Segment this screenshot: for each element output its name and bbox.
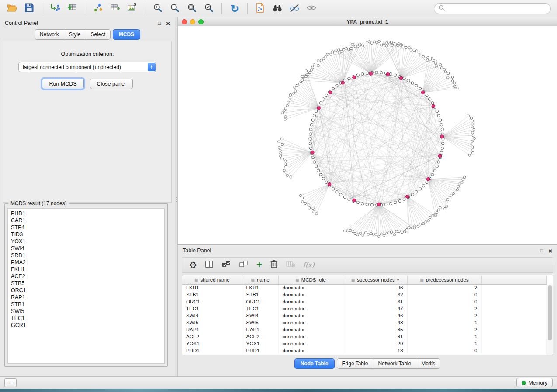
network-window-titlebar[interactable]: YPA_prune.txt_1 bbox=[178, 17, 557, 26]
list-item[interactable]: TID3 bbox=[8, 231, 164, 238]
list-item[interactable]: GCR1 bbox=[8, 322, 164, 329]
table-settings-icon[interactable]: ⚙ bbox=[189, 261, 197, 269]
open-session-button[interactable] bbox=[4, 2, 20, 16]
zoom-selected-button[interactable] bbox=[201, 2, 217, 16]
list-item[interactable]: SWI4 bbox=[8, 245, 164, 252]
tab-select[interactable]: Select bbox=[86, 29, 111, 40]
table-scrollbar[interactable] bbox=[547, 285, 553, 355]
tab-node-table[interactable]: Node Table bbox=[294, 358, 335, 369]
select-all-columns-icon[interactable] bbox=[221, 260, 231, 270]
table-row[interactable]: SWI5SWI5connector431 bbox=[182, 319, 547, 326]
show-columns-icon[interactable] bbox=[205, 260, 214, 270]
list-item[interactable]: STB5 bbox=[8, 280, 164, 287]
import-network-button[interactable] bbox=[47, 2, 63, 16]
table-row[interactable]: ORC1ORC1dominator610 bbox=[182, 298, 547, 305]
close-panel-button[interactable]: Close panel bbox=[90, 79, 133, 89]
combo-stepper[interactable]: ▲ ▼ bbox=[148, 63, 156, 71]
list-item[interactable]: FKH1 bbox=[8, 266, 164, 273]
table-row[interactable]: ACE2ACE2connector311 bbox=[182, 333, 547, 340]
window-close-light[interactable] bbox=[182, 19, 187, 24]
toolbar-separator bbox=[42, 3, 42, 14]
share-document-icon bbox=[256, 3, 265, 14]
hide-detail-button[interactable] bbox=[287, 2, 302, 16]
zoom-selected-icon bbox=[204, 3, 214, 14]
optimization-criterion-select[interactable]: largest connected component (undirected)… bbox=[18, 62, 156, 72]
float-panel-icon[interactable]: □ bbox=[540, 248, 543, 253]
tab-motifs[interactable]: Motifs bbox=[416, 358, 440, 369]
table-row[interactable]: STB1STB1dominator620 bbox=[182, 291, 547, 298]
list-item[interactable]: STP4 bbox=[8, 224, 164, 231]
table-panel-tabs: Node Table Edge Table Network Table Moti… bbox=[178, 358, 557, 369]
save-session-button[interactable] bbox=[21, 2, 37, 16]
column-header-name[interactable]: ▦name bbox=[242, 275, 278, 284]
table-row[interactable]: YOX1YOX1connector291 bbox=[182, 340, 547, 347]
share-document-button[interactable] bbox=[253, 2, 268, 16]
zoom-fit-button[interactable] bbox=[184, 2, 200, 16]
network-share-icon bbox=[93, 3, 103, 14]
binoculars-icon bbox=[272, 3, 283, 14]
new-network-button[interactable] bbox=[90, 2, 106, 16]
find-button[interactable] bbox=[270, 2, 285, 16]
run-mcds-button[interactable]: Run MCDS bbox=[42, 79, 83, 89]
new-table-button[interactable] bbox=[107, 2, 123, 16]
list-item[interactable]: STB1 bbox=[8, 301, 164, 308]
show-view-button[interactable] bbox=[304, 2, 319, 16]
mcds-result-list[interactable]: PHD1 CAR1 STP4 TID3 YOX1 SWI4 SRD1 PMA2 … bbox=[7, 208, 165, 364]
mcds-result-title: MCDS result (17 nodes) bbox=[8, 200, 69, 206]
column-header-mcds-role[interactable]: ▦MCDS role bbox=[278, 275, 343, 284]
list-item[interactable]: YOX1 bbox=[8, 238, 164, 245]
list-item[interactable]: PHD1 bbox=[8, 210, 164, 217]
tab-style[interactable]: Style bbox=[64, 29, 86, 40]
float-panel-icon[interactable]: □ bbox=[158, 21, 161, 26]
table-row[interactable]: RAP1RAP1dominator352 bbox=[182, 326, 547, 333]
scrollbar-thumb[interactable] bbox=[548, 285, 552, 340]
column-header-shared-name[interactable]: ▦shared name bbox=[182, 275, 242, 284]
close-panel-icon[interactable]: × bbox=[166, 20, 170, 27]
add-column-icon[interactable]: + bbox=[256, 260, 262, 270]
list-item[interactable]: RAP1 bbox=[8, 294, 164, 301]
window-maximize-light[interactable] bbox=[198, 19, 204, 24]
zoom-in-button[interactable] bbox=[150, 2, 166, 16]
log-console-button[interactable]: ≡ bbox=[4, 378, 17, 387]
column-header-filler bbox=[481, 275, 547, 284]
memory-label: Memory bbox=[529, 380, 547, 386]
network-canvas[interactable] bbox=[178, 26, 557, 244]
list-item[interactable]: SRD1 bbox=[8, 252, 164, 259]
table-panel-header: Table Panel □ × bbox=[178, 245, 557, 256]
zoom-out-button[interactable] bbox=[167, 2, 183, 16]
memory-button[interactable]: Memory bbox=[516, 378, 553, 387]
table-row[interactable]: SWI4SWI4dominator462 bbox=[182, 312, 547, 319]
list-item[interactable]: CAR1 bbox=[8, 217, 164, 224]
table-row[interactable]: PHD1PHD1dominator180 bbox=[182, 347, 547, 354]
control-panel-header: Control Panel □ × bbox=[0, 17, 175, 29]
column-header-predecessor-nodes[interactable]: ▦predecessor nodes bbox=[407, 275, 481, 284]
search-input[interactable] bbox=[447, 6, 546, 12]
toolbar-separator bbox=[247, 3, 248, 14]
export-image-button[interactable] bbox=[124, 2, 140, 16]
table-header-row: ▦shared name ▦name ▦MCDS role ▦successor… bbox=[182, 275, 547, 284]
import-table-button[interactable] bbox=[64, 2, 80, 16]
list-item[interactable]: TEC1 bbox=[8, 315, 164, 322]
table-row[interactable]: TEC1TEC1connector472 bbox=[182, 305, 547, 312]
window-minimize-light[interactable] bbox=[190, 19, 195, 24]
tab-network[interactable]: Network bbox=[35, 29, 64, 40]
table-row[interactable]: FKH1FKH1dominator962 bbox=[182, 284, 547, 291]
network-view-window: YPA_prune.txt_1 bbox=[178, 17, 557, 244]
delete-column-icon[interactable] bbox=[270, 260, 278, 270]
tab-network-table[interactable]: Network Table bbox=[373, 358, 416, 369]
list-item[interactable]: PMA2 bbox=[8, 259, 164, 266]
optimization-criterion-label: Optimization criterion: bbox=[3, 51, 171, 57]
close-panel-icon[interactable]: × bbox=[548, 248, 552, 254]
apply-layout-button[interactable]: ↻ bbox=[227, 2, 242, 16]
tab-mcds[interactable]: MCDS bbox=[113, 29, 140, 40]
list-item[interactable]: ORC1 bbox=[8, 287, 164, 294]
column-header-successor-nodes[interactable]: ▦successor nodes▾ bbox=[343, 275, 407, 284]
list-item[interactable]: ACE2 bbox=[8, 273, 164, 280]
tab-edge-table[interactable]: Edge Table bbox=[337, 358, 374, 369]
list-item[interactable]: SWI5 bbox=[8, 308, 164, 315]
function-builder-icon: f(x) bbox=[303, 261, 315, 269]
chevron-down-icon: ▼ bbox=[150, 67, 153, 69]
column-grid-icon: ▦ bbox=[251, 278, 255, 282]
deselect-all-columns-icon[interactable] bbox=[239, 260, 249, 270]
mcds-result-group: MCDS result (17 nodes) PHD1 CAR1 STP4 TI… bbox=[4, 203, 168, 367]
